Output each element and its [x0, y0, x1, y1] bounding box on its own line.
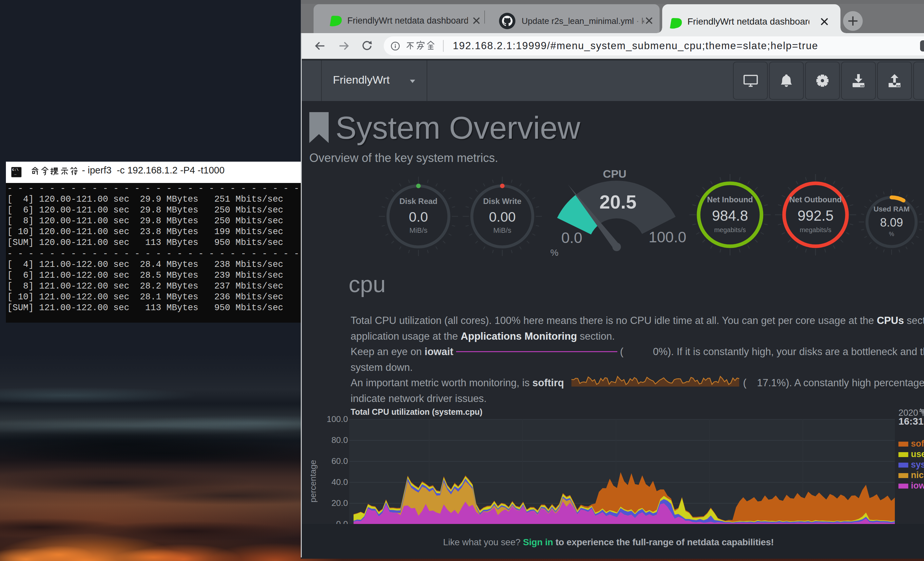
svg-text:MiB/s: MiB/s	[410, 226, 428, 235]
svg-text:0.0: 0.0	[561, 229, 582, 246]
svg-text:0.0: 0.0	[409, 209, 428, 225]
svg-text:100.0: 100.0	[648, 229, 686, 245]
svg-text:0.00: 0.00	[489, 209, 516, 225]
svg-text:MiB/s: MiB/s	[494, 226, 512, 235]
svg-text:%: %	[889, 231, 894, 238]
svg-text:%: %	[550, 248, 559, 258]
svg-text:8.09: 8.09	[880, 216, 903, 229]
svg-text:megabits/s: megabits/s	[800, 226, 832, 233]
svg-text:CPU: CPU	[603, 167, 627, 180]
svg-text:984.8: 984.8	[712, 208, 748, 224]
svg-text:Net Outbound: Net Outbound	[789, 195, 842, 204]
svg-text:Disk Read: Disk Read	[399, 197, 437, 206]
svg-text:Used RAM: Used RAM	[873, 205, 910, 213]
svg-text:megabits/s: megabits/s	[714, 226, 746, 233]
svg-text:992.5: 992.5	[798, 208, 834, 224]
svg-text:20.5: 20.5	[600, 191, 637, 212]
svg-text:Net Inbound: Net Inbound	[707, 195, 753, 204]
svg-text:Disk Write: Disk Write	[483, 197, 522, 206]
